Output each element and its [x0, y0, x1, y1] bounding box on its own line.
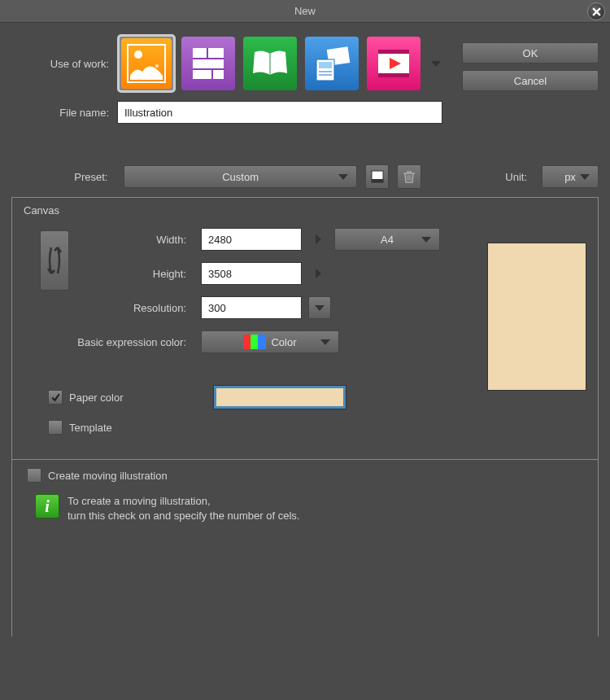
preset-label: Preset: [11, 171, 115, 183]
paper-color-swatch[interactable] [214, 386, 346, 409]
info-text: To create a moving illustration, turn th… [68, 494, 299, 523]
chevron-down-icon [431, 61, 441, 67]
info-icon: i [35, 494, 59, 518]
color-mode-value: Color [271, 336, 296, 348]
chevron-down-icon [338, 174, 348, 180]
chevron-down-icon [580, 174, 590, 180]
chevron-right-icon [316, 234, 321, 244]
canvas-section: Canvas Width: A4 Height: [11, 197, 599, 637]
save-preset-icon [370, 169, 385, 184]
animation-icon [373, 43, 414, 84]
svg-point-1 [134, 50, 142, 59]
unit-label: Unit: [429, 171, 535, 183]
canvas-preview [487, 243, 586, 391]
svg-rect-11 [319, 62, 332, 68]
template-checkbox[interactable] [48, 420, 63, 435]
create-moving-checkbox[interactable] [27, 468, 41, 483]
color-mode-combo[interactable]: Color [201, 330, 339, 353]
file-name-input[interactable] [117, 101, 442, 124]
work-type-dropdown[interactable] [426, 34, 446, 93]
swap-arrows-icon [45, 241, 64, 280]
template-label: Template [69, 422, 112, 434]
trash-icon [403, 169, 416, 184]
paper-color-label: Paper color [69, 392, 123, 404]
width-input[interactable] [201, 228, 302, 251]
work-type-animation[interactable] [364, 34, 423, 93]
unit-value: px [564, 171, 576, 183]
canvas-title: Canvas [24, 204, 586, 217]
paper-size-value: A4 [381, 234, 394, 246]
delete-preset-button[interactable] [397, 164, 421, 189]
paper-color-checkbox[interactable] [48, 390, 63, 405]
chevron-down-icon [320, 339, 330, 345]
chevron-down-icon [421, 237, 431, 243]
svg-point-3 [155, 64, 159, 68]
title-bar: New [0, 0, 610, 23]
resolution-label: Resolution: [24, 302, 194, 314]
file-name-label: File name: [11, 107, 117, 119]
work-type-printing[interactable] [303, 34, 361, 93]
resolution-input[interactable] [201, 296, 302, 319]
work-type-book[interactable] [241, 34, 299, 93]
paper-size-combo[interactable]: A4 [334, 228, 440, 251]
dialog-body: Use of work: [0, 23, 610, 648]
save-preset-button[interactable] [365, 164, 390, 189]
create-moving-label: Create moving illustration [48, 470, 168, 482]
work-type-illustration[interactable] [117, 34, 176, 93]
ok-button[interactable]: OK [462, 42, 599, 63]
swap-dimensions-button[interactable] [40, 230, 69, 291]
svg-rect-16 [378, 73, 409, 77]
close-button[interactable] [587, 2, 605, 20]
comic-icon [190, 45, 227, 82]
cancel-button[interactable]: Cancel [462, 70, 599, 91]
resolution-menu-button[interactable] [308, 296, 331, 319]
printing-icon [312, 43, 352, 84]
color-chip-icon [243, 335, 266, 349]
chevron-right-icon [316, 269, 321, 278]
unit-combo[interactable]: px [542, 165, 599, 188]
use-of-work-options [117, 34, 446, 93]
basic-color-label: Basic expression color: [24, 336, 194, 348]
svg-rect-18 [372, 179, 383, 182]
preset-value: Custom [222, 171, 259, 183]
book-icon [250, 47, 290, 80]
work-type-comic[interactable] [179, 34, 237, 93]
checkmark-icon [50, 392, 61, 403]
use-of-work-label: Use of work: [11, 58, 117, 70]
chevron-down-icon [315, 305, 325, 311]
dialog-title: New [294, 5, 316, 17]
info-line2: turn this check on and specify the numbe… [68, 509, 299, 523]
illustration-icon [126, 43, 167, 84]
svg-rect-15 [378, 50, 409, 54]
width-menu-button[interactable] [308, 234, 328, 244]
height-input[interactable] [201, 262, 302, 285]
svg-point-2 [148, 67, 153, 72]
info-line1: To create a moving illustration, [68, 494, 299, 509]
preset-combo[interactable]: Custom [124, 165, 356, 188]
divider [12, 459, 598, 460]
close-icon [592, 7, 601, 16]
height-menu-button[interactable] [308, 269, 328, 278]
